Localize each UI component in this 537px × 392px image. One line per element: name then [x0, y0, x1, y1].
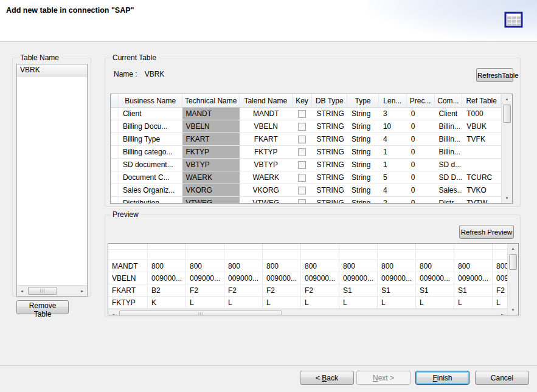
- cell-ref-table: TCURC: [462, 171, 501, 184]
- table-row[interactable]: Billing catego... FKTYP FKTYP STRING Str…: [111, 146, 501, 159]
- hscrollbar-thumb[interactable]: |||: [28, 287, 57, 295]
- cell-ref-table: TVKO: [462, 184, 501, 196]
- cell-length: 1: [379, 146, 407, 158]
- preview-cell: K: [148, 297, 186, 308]
- cell-precision: 0: [407, 133, 435, 145]
- current-table-grid: Business Name Technical Name Talend Name…: [111, 94, 501, 203]
- cell-key: [293, 120, 313, 132]
- cell-key: [293, 159, 313, 171]
- current-table-group-label: Current Table: [110, 53, 159, 62]
- cell-talend-name: VKORG: [240, 184, 293, 196]
- preview-cell: 009000...: [148, 272, 186, 284]
- cell-comment: Distr...: [434, 197, 462, 203]
- scroll-grip-icon: |||: [40, 288, 45, 292]
- key-checkbox[interactable]: [298, 136, 306, 143]
- key-checkbox[interactable]: [298, 123, 306, 131]
- table-row[interactable]: Document C... WAERK WAERK STRING String …: [111, 171, 501, 184]
- back-button[interactable]: < Back: [300, 371, 354, 385]
- table-list-hscrollbar[interactable]: ◄ ||| ►: [17, 285, 87, 296]
- finish-button[interactable]: Finish: [415, 371, 469, 385]
- column-header-length[interactable]: Len...: [379, 94, 407, 107]
- preview-hscrollbar[interactable]: ◄ ||| ►: [108, 309, 507, 315]
- preview-cell: L: [454, 297, 493, 308]
- refresh-table-button[interactable]: RefreshTable: [476, 68, 513, 82]
- table-row[interactable]: Sales Organiz... VKORG VKORG STRING Stri…: [111, 184, 501, 197]
- cell-key: [293, 197, 313, 203]
- vscrollbar-thumb[interactable]: [503, 105, 511, 123]
- column-header-type[interactable]: Type: [347, 94, 379, 107]
- cell-length: 10: [379, 120, 407, 132]
- scroll-left-icon[interactable]: ◄: [108, 309, 118, 315]
- scroll-down-icon[interactable]: ▼: [508, 305, 518, 315]
- cell-type: String: [347, 184, 379, 196]
- back-label-rest: ack: [327, 374, 338, 382]
- scroll-left-icon[interactable]: ◄: [17, 286, 27, 296]
- preview-cell: 009000...: [454, 272, 493, 284]
- remove-table-button[interactable]: Remove Table: [16, 300, 69, 314]
- column-header-comment[interactable]: Com...: [435, 94, 463, 107]
- cell-business-name: Billing Docu...: [119, 120, 183, 132]
- column-header-talend-name[interactable]: Talend Name: [240, 94, 293, 107]
- preview-cell: 800: [378, 260, 416, 272]
- column-header-precision[interactable]: Prec...: [407, 94, 435, 107]
- cell-talend-name: MANDT: [240, 108, 293, 120]
- cell-key: [293, 184, 313, 196]
- preview-grid: MANDT 800 800 800 800 800 800 800 800 80…: [108, 244, 507, 315]
- scroll-up-icon[interactable]: ▲: [508, 244, 518, 253]
- cell-db-type: STRING: [312, 108, 347, 120]
- cell-business-name: Distribution ...: [119, 197, 183, 203]
- preview-cell: 800: [339, 260, 378, 272]
- table-name-group-label: Table Name: [18, 53, 61, 62]
- cell-db-type: STRING: [312, 146, 347, 158]
- preview-row[interactable]: VBELN 009000... 009000... 009000... 0090…: [108, 272, 507, 284]
- wizard-banner: Add new table in connection "SAP": [0, 0, 537, 42]
- back-label-prefix: <: [316, 374, 322, 382]
- cell-ref-table: TVFK: [462, 133, 501, 145]
- scroll-down-icon[interactable]: ▼: [502, 193, 512, 203]
- vscrollbar-thumb[interactable]: [509, 254, 517, 270]
- preview-cell: 009000...: [263, 272, 301, 284]
- key-checkbox[interactable]: [298, 187, 306, 194]
- scroll-up-icon[interactable]: ▲: [502, 94, 512, 104]
- scroll-right-icon[interactable]: ►: [497, 309, 507, 315]
- next-button[interactable]: Next >: [356, 371, 411, 385]
- key-checkbox[interactable]: [298, 174, 306, 182]
- column-header-key[interactable]: Key: [293, 94, 313, 107]
- table-row[interactable]: SD document... VBTYP VBTYP STRING String…: [111, 159, 501, 171]
- key-checkbox[interactable]: [298, 148, 306, 156]
- preview-row[interactable]: FKTYP K L L L L L L L L L: [108, 297, 507, 309]
- cancel-button[interactable]: Cancel: [475, 371, 529, 385]
- cell-ref-table: VBUK: [462, 120, 501, 132]
- refresh-preview-button[interactable]: Refresh Preview: [459, 225, 514, 239]
- preview-vscrollbar[interactable]: ▲ ▼: [507, 244, 518, 315]
- cell-key: [293, 146, 313, 158]
- table-row[interactable]: Billing Docu... VBELN VBELN STRING Strin…: [111, 120, 501, 133]
- preview-table: MANDT 800 800 800 800 800 800 800 800 80…: [108, 243, 519, 315]
- table-row[interactable]: Distribution ... VTWEG VTWEG STRING Stri…: [111, 197, 501, 203]
- hscrollbar-thumb[interactable]: |||: [119, 311, 282, 315]
- preview-row[interactable]: FKART B2 F2 F2 F2 F2 S1 S1 S1 S1 F2: [108, 284, 507, 297]
- cell-length: 4: [379, 184, 407, 196]
- cell-business-name: Billing catego...: [119, 146, 183, 158]
- column-header-business-name[interactable]: Business Name: [119, 94, 182, 107]
- table-row[interactable]: Client MANDT MANDT STRING String 3 0 Cli…: [111, 108, 501, 120]
- current-table-vscrollbar[interactable]: ▲ ▼: [501, 94, 512, 203]
- cell-technical-name: FKTYP: [182, 146, 240, 158]
- column-header-technical-name[interactable]: Technical Name: [182, 94, 240, 107]
- table-name-list-item[interactable]: VBRK: [17, 64, 87, 77]
- table-name-list[interactable]: VBRK ◄ ||| ►: [16, 64, 88, 297]
- key-checkbox[interactable]: [298, 110, 306, 118]
- key-checkbox[interactable]: [298, 161, 306, 169]
- column-header-ref-table[interactable]: Ref Table: [462, 94, 501, 107]
- column-header-db-type[interactable]: DB Type: [312, 94, 347, 107]
- preview-row[interactable]: MANDT 800 800 800 800 800 800 800 800 80…: [108, 260, 507, 272]
- cell-business-name: Document C...: [119, 171, 183, 184]
- row-header-cell: [111, 184, 119, 196]
- key-checkbox[interactable]: [298, 199, 306, 204]
- cell-precision: 0: [407, 146, 435, 158]
- current-table-group: Current Table Name :VBRK RefreshTable Bu…: [105, 58, 521, 207]
- cell-business-name: Sales Organiz...: [119, 184, 183, 196]
- preview-cell: S1: [378, 284, 416, 296]
- scroll-right-icon[interactable]: ►: [77, 286, 87, 296]
- table-row[interactable]: Billing Type FKART FKART STRING String 4…: [111, 133, 501, 146]
